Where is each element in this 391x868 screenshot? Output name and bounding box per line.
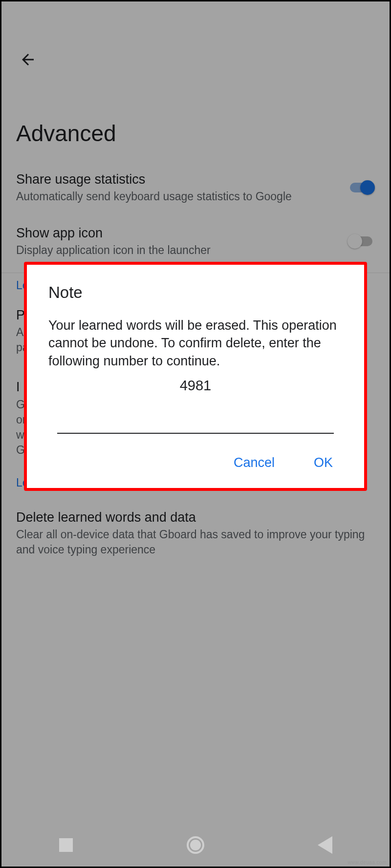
dialog-actions: Cancel OK [48,451,343,474]
square-icon [59,838,73,852]
dialog-confirmation-input[interactable] [57,407,334,434]
confirmation-dialog: Note Your learned words will be erased. … [24,262,367,491]
cancel-button[interactable]: Cancel [229,451,280,474]
dialog-body: Your learned words will be erased. This … [48,317,343,370]
android-nav-bar [1,824,390,867]
circle-icon [187,836,204,854]
ok-button[interactable]: OK [309,451,338,474]
settings-screen: Advanced Share usage statistics Automati… [1,1,390,867]
nav-back-button[interactable] [301,830,349,860]
nav-recent-apps-button[interactable] [42,830,90,860]
nav-home-button[interactable] [171,830,220,860]
watermark: www.deuaa.com [348,860,387,865]
dialog-title: Note [48,283,343,302]
triangle-icon [318,836,332,854]
dialog-confirmation-number: 4981 [48,378,343,394]
